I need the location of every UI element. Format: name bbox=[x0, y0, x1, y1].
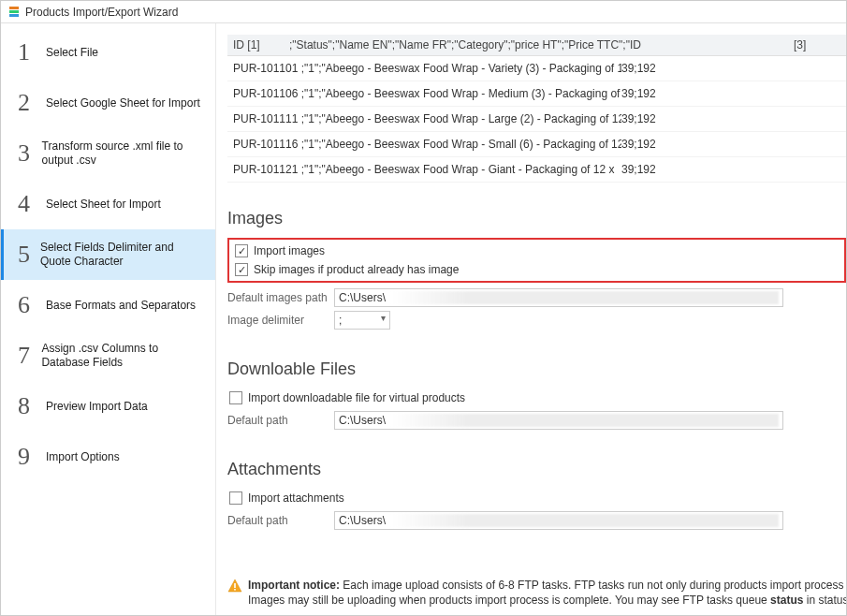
step-label: Transform source .xml file to output .cs… bbox=[42, 139, 204, 168]
downloads-path-label: Default path bbox=[227, 414, 334, 427]
cell-id: PUR-101116 ;"1";"Abeego - Beeswax Food W… bbox=[233, 138, 621, 151]
wizard-step-8[interactable]: 8Preview Import Data bbox=[1, 381, 215, 432]
redacted-overlay bbox=[391, 414, 779, 427]
svg-rect-1 bbox=[234, 589, 236, 591]
skip-images-checkbox[interactable]: ✓ bbox=[235, 263, 248, 276]
attachments-heading: Attachments bbox=[227, 460, 846, 479]
cell-val: 39;192 bbox=[621, 87, 678, 100]
step-label: Preview Import Data bbox=[46, 400, 148, 414]
wizard-step-2[interactable]: 2Select Google Sheet for Import bbox=[1, 78, 215, 128]
notice-bold: Important notice: bbox=[248, 579, 340, 592]
wizard-step-3[interactable]: 3Transform source .xml file to output .c… bbox=[1, 128, 215, 179]
step-label: Select Fields Delimiter and Quote Charac… bbox=[40, 241, 204, 269]
step-number: 2 bbox=[18, 91, 40, 115]
step-label: Import Options bbox=[46, 450, 120, 464]
window-title: Products Import/Export Wizard bbox=[25, 6, 178, 19]
images-path-input[interactable]: C:\Users\ bbox=[334, 288, 783, 307]
step-label: Base Formats and Separators bbox=[46, 299, 196, 313]
import-attachments-row[interactable]: Import attachments bbox=[227, 489, 846, 507]
app-icon bbox=[7, 5, 22, 20]
attachments-path-label: Default path bbox=[227, 514, 334, 527]
images-path-label: Default images path bbox=[227, 291, 334, 304]
wizard-step-7[interactable]: 7Assign .csv Columns to Database Fields bbox=[1, 330, 215, 381]
images-heading: Images bbox=[227, 209, 846, 228]
important-notice: Important notice: Each image upload cons… bbox=[227, 578, 846, 608]
step-number: 3 bbox=[18, 141, 37, 166]
main-panel: ID [1] ;"Status";"Name EN";"Name FR";"Ca… bbox=[216, 23, 846, 615]
step-number: 9 bbox=[18, 445, 40, 469]
import-images-checkbox[interactable]: ✓ bbox=[235, 244, 248, 257]
wizard-step-9[interactable]: 9Import Options bbox=[1, 432, 215, 482]
cell-val: 39;192 bbox=[621, 112, 678, 125]
preview-grid: ID [1] ;"Status";"Name EN";"Name FR";"Ca… bbox=[227, 35, 846, 183]
import-images-row[interactable]: ✓ Import images bbox=[233, 242, 840, 260]
images-highlight: ✓ Import images ✓ Skip images if product… bbox=[227, 238, 846, 283]
table-row[interactable]: PUR-101101 ;"1";"Abeego - Beeswax Food W… bbox=[227, 56, 846, 81]
grid-header-col-3[interactable]: [3] bbox=[794, 38, 840, 51]
table-row[interactable]: PUR-101121 ;"1";"Abeego - Beeswax Food W… bbox=[227, 157, 846, 183]
redacted-overlay bbox=[391, 514, 779, 527]
attachments-path-input[interactable]: C:\Users\ bbox=[334, 511, 783, 530]
step-number: 5 bbox=[18, 242, 35, 267]
image-delimiter-select[interactable]: ; bbox=[334, 311, 390, 330]
svg-rect-0 bbox=[234, 583, 236, 588]
wizard-sidebar: 1Select File2Select Google Sheet for Imp… bbox=[1, 23, 216, 615]
step-number: 1 bbox=[18, 40, 40, 65]
import-downloads-label: Import downloadable file for virtual pro… bbox=[248, 391, 465, 404]
import-attachments-checkbox[interactable] bbox=[229, 491, 242, 505]
table-row[interactable]: PUR-101106 ;"1";"Abeego - Beeswax Food W… bbox=[227, 81, 846, 107]
step-label: Select Sheet for Import bbox=[46, 198, 161, 212]
step-number: 7 bbox=[18, 344, 36, 368]
step-number: 6 bbox=[18, 293, 40, 317]
cell-id: PUR-101121 ;"1";"Abeego - Beeswax Food W… bbox=[233, 163, 621, 176]
import-attachments-label: Import attachments bbox=[248, 491, 344, 505]
downloads-path-input[interactable]: C:\Users\ bbox=[334, 411, 783, 430]
wizard-step-1[interactable]: 1Select File bbox=[1, 27, 215, 78]
downloads-heading: Downloable Files bbox=[227, 359, 846, 379]
wizard-step-6[interactable]: 6Base Formats and Separators bbox=[1, 280, 215, 330]
import-images-label: Import images bbox=[254, 244, 325, 257]
grid-header-col-fields[interactable]: ;"Status";"Name EN";"Name FR";"Category"… bbox=[289, 38, 794, 51]
table-row[interactable]: PUR-101111 ;"1";"Abeego - Beeswax Food W… bbox=[227, 107, 846, 132]
redacted-overlay bbox=[391, 291, 779, 304]
step-number: 4 bbox=[18, 192, 40, 216]
skip-images-row[interactable]: ✓ Skip images if product already has ima… bbox=[233, 260, 840, 279]
grid-header: ID [1] ;"Status";"Name EN";"Name FR";"Ca… bbox=[227, 35, 846, 56]
step-label: Select File bbox=[46, 46, 98, 60]
import-downloads-row[interactable]: Import downloadable file for virtual pro… bbox=[227, 389, 846, 407]
cell-id: PUR-101111 ;"1";"Abeego - Beeswax Food W… bbox=[233, 112, 621, 125]
cell-val: 39;192 bbox=[621, 138, 678, 151]
cell-val: 39;192 bbox=[621, 62, 678, 75]
table-row[interactable]: PUR-101116 ;"1";"Abeego - Beeswax Food W… bbox=[227, 132, 846, 157]
warning-icon bbox=[227, 579, 242, 594]
cell-id: PUR-101106 ;"1";"Abeego - Beeswax Food W… bbox=[233, 87, 621, 100]
wizard-step-5[interactable]: 5Select Fields Delimiter and Quote Chara… bbox=[1, 229, 215, 280]
step-number: 8 bbox=[18, 394, 40, 418]
titlebar: Products Import/Export Wizard bbox=[1, 1, 846, 23]
wizard-step-4[interactable]: 4Select Sheet for Import bbox=[1, 179, 215, 229]
cell-id: PUR-101101 ;"1";"Abeego - Beeswax Food W… bbox=[233, 62, 621, 75]
step-label: Select Google Sheet for Import bbox=[46, 96, 200, 110]
cell-val: 39;192 bbox=[621, 163, 678, 176]
import-downloads-checkbox[interactable] bbox=[229, 391, 242, 404]
grid-header-col-id[interactable]: ID [1] bbox=[233, 38, 289, 51]
image-delimiter-label: Image delimiter bbox=[227, 314, 334, 327]
skip-images-label: Skip images if product already has image bbox=[254, 263, 459, 276]
step-label: Assign .csv Columns to Database Fields bbox=[41, 342, 204, 370]
